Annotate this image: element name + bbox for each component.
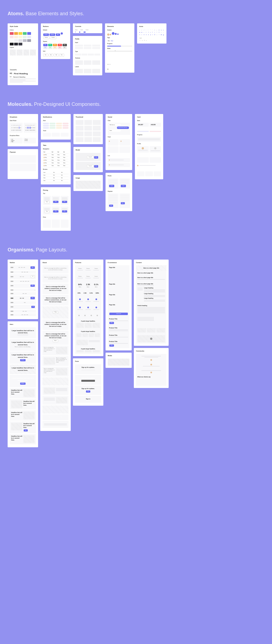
card-style-guide: Style Guide Colors Layout Typography H1F…: [8, 23, 38, 85]
card-content: Content Here is a short page title Here …: [134, 260, 169, 346]
plus-icon: +: [139, 29, 141, 31]
down-icon: ˅: [152, 29, 153, 31]
left-icon: ‹: [146, 29, 147, 31]
card-elements: Elements Avatars Tags TagTag Progress Sl…: [105, 23, 134, 73]
card-navbar: Navbar Btn B Btn ⌕ Btn B: [8, 260, 38, 319]
section-title-atoms: Atoms. Base Elements and Styles.: [8, 11, 264, 17]
search-icon: ⌕: [156, 29, 158, 31]
card-community: Community What our clients say: [134, 348, 169, 388]
right-icon: ›: [148, 29, 149, 31]
card-fields: Fields Input Type Textarea Labels: [73, 36, 102, 75]
card-dropdown: Dropdown Date Picker 1234567891011121314…: [8, 114, 38, 146]
card-thumbnail: Thumbnail: [73, 114, 103, 144]
card-about: About Here is a message that will be in …: [40, 260, 71, 431]
card-social: Social Chat Hello how are... I'm good th…: [106, 114, 132, 170]
card-tabs: Tabs Navigation ColColColCol RowDataData…: [41, 142, 71, 184]
card-form: Form Login Login Register Go Go: [106, 173, 132, 211]
card-icons: Icons +×✓‹›˄˅≡⌕⚙★♥ ◉◐○□▢△▽◇✎✉⌂♪ ↻⎋⊕⊖⊗◈⬡☰…: [137, 23, 166, 44]
star-icon: ★: [161, 29, 162, 31]
heart-icon: ♥: [163, 29, 164, 31]
card-hero: Hero Large headline that will be in seve…: [8, 321, 38, 447]
card-image: Image: [73, 175, 103, 191]
card-features: Features FeatureFeatureFeature FeatureFe…: [73, 260, 103, 356]
section-title-organisms: Organisms. Page Layouts.: [8, 247, 264, 253]
card-media: Media: [106, 353, 132, 368]
card-controls: Controls RadioCheckSwitch: [73, 23, 102, 33]
card-card: Card Stats $42,857 +90,058 Progress Prof…: [135, 114, 163, 179]
up-icon: ˄: [150, 29, 152, 31]
card-form-page: Form Sign up for updates. Sign up for up…: [73, 358, 103, 406]
section-title-molecules: Molecules. Pre-Designed UI Components.: [8, 101, 264, 107]
card-modal: Modal CancelOK CancelOK: [73, 147, 103, 172]
check-icon: ✓: [144, 29, 145, 31]
x-icon: ×: [141, 29, 143, 31]
card-pricing: Pricing Tier Get Get Get Get Get Get Pri…: [41, 187, 71, 231]
card-buttons: Buttons Default ButtonButtonBtn ButtonBu…: [41, 23, 70, 59]
menu-icon: ≡: [154, 29, 156, 31]
card-popover: Popover: [8, 149, 38, 179]
card-ecommerce: E-commerce Page title Page title Page ti…: [106, 260, 132, 351]
gear-icon: ⚙: [159, 29, 160, 31]
card-notifications: Notifications Alert Toast: [41, 114, 71, 140]
